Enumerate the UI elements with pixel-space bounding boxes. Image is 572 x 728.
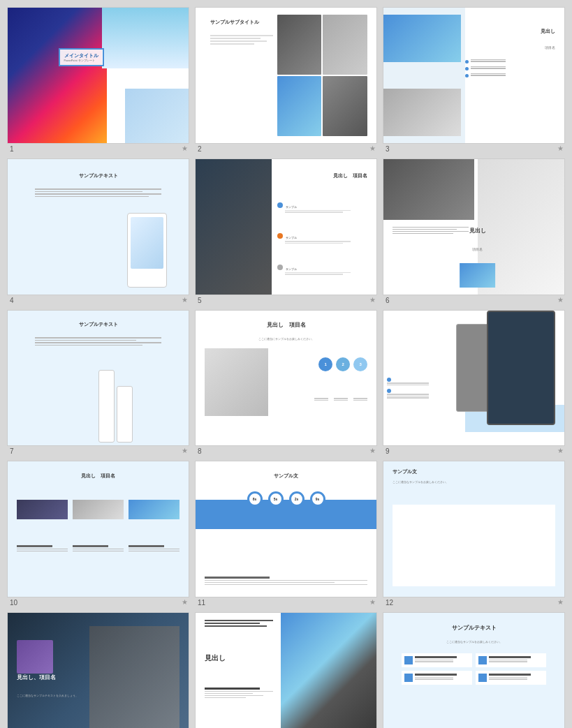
- slide6-small-img: [460, 263, 496, 288]
- slide10-cap-line2a: [73, 549, 124, 550]
- slide14-lt-line3: [205, 695, 263, 697]
- slide12-footer: 12 ★: [383, 597, 565, 607]
- slide-wrapper-2: サンプルサブタイトル 2 ★: [195, 7, 377, 153]
- slide15-cell-text4: [489, 674, 531, 682]
- slide5-item1: サンプル: [277, 202, 368, 214]
- slide-11[interactable]: サンプル文 8s 5s 2s 9s: [195, 461, 377, 597]
- slide4-phone-screen: [131, 217, 163, 268]
- slide4-phone: [127, 213, 167, 288]
- slide2-text-lines: [210, 35, 274, 46]
- slide5-left-img: [196, 159, 272, 295]
- slide7-title: サンプルテキスト: [79, 321, 118, 328]
- slide-13[interactable]: 見出し、項目名 ここに適当なサンプルテキストを入れましょう。: [7, 612, 189, 728]
- slide10-footer: 10 ★: [7, 597, 189, 607]
- slide11-star: ★: [369, 598, 376, 606]
- slide5-number: 5: [198, 297, 202, 304]
- slide11-title: サンプル文: [274, 473, 298, 480]
- slide9-phone-big: [487, 311, 555, 426]
- slide14-lt-line2: [205, 693, 253, 694]
- slide-grid: メインタイトル PowerPoint サンプレート 1 ★ サンプルサブタイトル…: [7, 7, 565, 728]
- slide-wrapper-8: 見出し 項目名 ここに適当にサンプルをお楽しみください。 1 2 3 8 ★: [195, 310, 377, 456]
- slide-7[interactable]: サンプルテキスト: [7, 310, 189, 447]
- slide3-tl-item1: [465, 59, 556, 64]
- slide6-subheading: 項目名: [472, 247, 483, 251]
- slide-wrapper-11: サンプル文 8s 5s 2s 9s: [195, 461, 377, 607]
- slide1-star: ★: [182, 144, 188, 152]
- slide10-cap-title1: [17, 545, 52, 547]
- slide3-tl-dot3: [465, 74, 469, 77]
- slide5-label3: サンプル: [286, 267, 297, 271]
- slide9-dot1: [387, 378, 391, 382]
- slide1-subtitle: PowerPoint サンプレート: [64, 59, 98, 62]
- slide13-book: [17, 640, 53, 674]
- slide11-cr-wrap1: 8s: [247, 491, 263, 507]
- slide10-captions: [17, 545, 179, 553]
- slide1-bg-photo: [8, 8, 107, 143]
- slide9-dot2: [387, 389, 391, 393]
- slide7-phones: [98, 362, 180, 443]
- slide1-bottom-right-img: [125, 89, 189, 143]
- slide3-tl-dot2: [465, 67, 469, 70]
- slide10-cap-line3a: [129, 549, 179, 550]
- slide-2[interactable]: サンプルサブタイトル: [195, 7, 377, 144]
- slide-8[interactable]: 見出し 項目名 ここに適当にサンプルをお楽しみください。 1 2 3: [195, 310, 377, 447]
- slide8-number: 8: [198, 447, 202, 455]
- slide11-circle3: 2s: [289, 491, 305, 507]
- slide7-footer: 7 ★: [7, 446, 189, 455]
- slide1-footer: 1 ★: [7, 144, 189, 153]
- slide11-circle4: 9s: [310, 491, 325, 507]
- slide2-img1: [277, 15, 322, 75]
- slide3-footer: 3 ★: [383, 144, 565, 153]
- slide14-right-img: [281, 613, 376, 728]
- slide9-lb-lines1: [387, 382, 460, 385]
- slide3-img2: [383, 89, 461, 136]
- slide5-footer: 5 ★: [195, 295, 377, 304]
- slide5-lines3: [285, 272, 368, 275]
- slide7-phone1: [98, 370, 115, 443]
- slide7-star: ★: [182, 447, 188, 454]
- slide15-cell-text3: [415, 674, 457, 682]
- slide15-cell-icon1: [404, 656, 413, 664]
- slide15-ct-line1b: [415, 661, 453, 662]
- slide9-footer: 9 ★: [383, 446, 565, 455]
- slide3-tl-dot1: [465, 60, 469, 64]
- slide11-bottom-text: [205, 577, 367, 586]
- slide5-dot1: [277, 202, 283, 208]
- slide9-star: ★: [557, 447, 564, 454]
- slide-10[interactable]: 見出し 項目名: [7, 461, 189, 597]
- slide10-cap3: [129, 545, 179, 553]
- slide15-cell-icon2: [478, 656, 487, 664]
- slide7-number: 7: [10, 447, 14, 455]
- slide-6[interactable]: 見出し 項目名: [383, 158, 565, 295]
- slide3-subheading: 項目名: [545, 45, 555, 50]
- slide-14[interactable]: 見出し: [195, 612, 377, 728]
- slide11-circle2: 5s: [268, 491, 284, 507]
- slide8-lbl1: [314, 398, 328, 401]
- slide1-main-title: メインタイトル: [64, 52, 98, 59]
- slide3-tl-text2: [471, 66, 506, 70]
- slide3-tl-item2: [465, 66, 556, 70]
- slide15-ct-title3: [415, 674, 457, 676]
- slide15-cell3: [402, 671, 472, 685]
- slide10-title: 見出し 項目名: [81, 473, 115, 480]
- slide10-cap2: [73, 545, 124, 553]
- slide9-lb-lines2: [387, 394, 460, 399]
- slide-wrapper-9: 9 ★: [383, 310, 565, 456]
- slide13-person: [89, 626, 180, 728]
- slide-4[interactable]: サンプルテキスト: [7, 158, 189, 295]
- slide14-lt-line4: [205, 697, 246, 699]
- slide-1[interactable]: メインタイトル PowerPoint サンプレート: [7, 7, 189, 144]
- slide-12[interactable]: サンプル文 ここに適当なサンプルをお楽しみください。: [383, 461, 565, 597]
- slide-9[interactable]: [383, 310, 565, 447]
- slide-3[interactable]: 見出し 項目名: [383, 7, 565, 144]
- slide10-img2: [73, 500, 124, 519]
- slide5-item3: サンプル: [277, 265, 368, 276]
- slide10-cap-title2: [73, 545, 108, 547]
- slide4-star: ★: [182, 296, 188, 304]
- slide8-star: ★: [369, 447, 376, 454]
- slide8-labels: [314, 398, 367, 401]
- slide10-number: 10: [10, 599, 17, 607]
- slide2-number: 2: [198, 145, 202, 153]
- slide-5[interactable]: 見出し 項目名 サンプル サンプル サンプル: [195, 158, 377, 295]
- slide-15[interactable]: サンプルテキスト ここに適当なサンプルをお楽しみください。: [383, 612, 565, 728]
